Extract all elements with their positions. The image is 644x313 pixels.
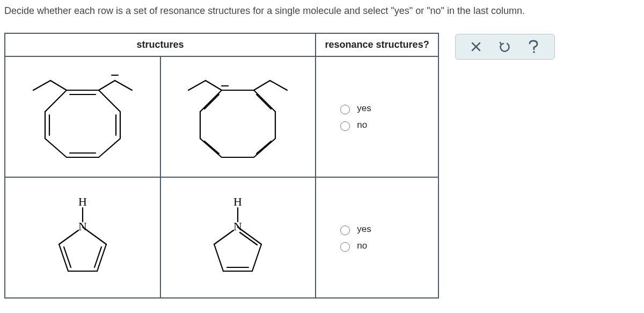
header-resonance: resonance structures? [316, 33, 438, 56]
instruction-text: Decide whether each row is a set of reso… [4, 5, 640, 17]
svg-line-6 [33, 81, 50, 90]
radio-1-yes[interactable] [340, 105, 350, 114]
molecule-cot-1 [13, 63, 152, 171]
help-button[interactable] [526, 39, 540, 55]
radio-row-2-yes[interactable]: yes [338, 224, 416, 235]
radio-label: yes [357, 103, 371, 114]
structure-cell-2b: N H [160, 177, 316, 298]
structure-cell-1b [160, 56, 316, 177]
structure-cell-2a: N H [5, 177, 160, 298]
svg-line-12 [257, 141, 271, 154]
radio-label: no [357, 120, 367, 130]
radio-label: yes [357, 224, 371, 235]
radio-row-2-no[interactable]: no [338, 241, 416, 252]
svg-line-21 [97, 244, 106, 271]
svg-line-25 [94, 247, 101, 267]
undo-icon [499, 41, 510, 53]
question-icon [528, 40, 539, 54]
svg-line-5 [50, 81, 67, 90]
table-row: N H [5, 177, 438, 298]
svg-line-16 [188, 81, 206, 90]
atom-n: N [233, 220, 242, 233]
svg-line-14 [204, 94, 219, 109]
radio-2-yes[interactable] [340, 225, 350, 235]
question-table: structures resonance structures? [4, 33, 439, 299]
svg-line-29 [252, 244, 261, 271]
undo-button[interactable] [497, 40, 511, 54]
atom-h: H [233, 195, 242, 208]
svg-line-13 [204, 141, 219, 154]
svg-line-15 [206, 81, 222, 90]
svg-line-11 [257, 94, 271, 109]
svg-line-26 [64, 247, 71, 267]
svg-line-32 [214, 230, 233, 244]
molecule-pyrrole-1: N H [29, 184, 136, 292]
svg-line-8 [115, 81, 132, 90]
atom-n: N [78, 220, 87, 233]
radio-label: no [357, 241, 367, 251]
radio-row-1-no[interactable]: no [338, 120, 416, 131]
header-structures: structures [5, 33, 316, 56]
toolbar [455, 34, 555, 60]
answer-cell-2: yes no [316, 177, 438, 298]
answer-cell-1: yes no [316, 56, 438, 177]
svg-line-31 [214, 244, 223, 271]
svg-marker-0 [45, 90, 120, 157]
svg-line-7 [99, 81, 115, 90]
svg-line-23 [59, 244, 68, 271]
radio-1-no[interactable] [340, 121, 350, 131]
table-row: yes no [5, 56, 438, 177]
main-wrap: structures resonance structures? [4, 33, 640, 299]
x-icon [471, 41, 481, 52]
svg-point-38 [533, 51, 535, 53]
clear-button[interactable] [470, 40, 482, 53]
svg-line-17 [254, 81, 270, 90]
molecule-cot-2 [168, 63, 308, 171]
radio-row-1-yes[interactable]: yes [338, 103, 416, 114]
atom-h: H [78, 195, 87, 208]
molecule-pyrrole-2: N H [184, 184, 291, 292]
radio-2-no[interactable] [340, 242, 350, 252]
svg-line-18 [270, 81, 287, 90]
structure-cell-1a [5, 56, 160, 177]
svg-line-24 [59, 230, 78, 244]
